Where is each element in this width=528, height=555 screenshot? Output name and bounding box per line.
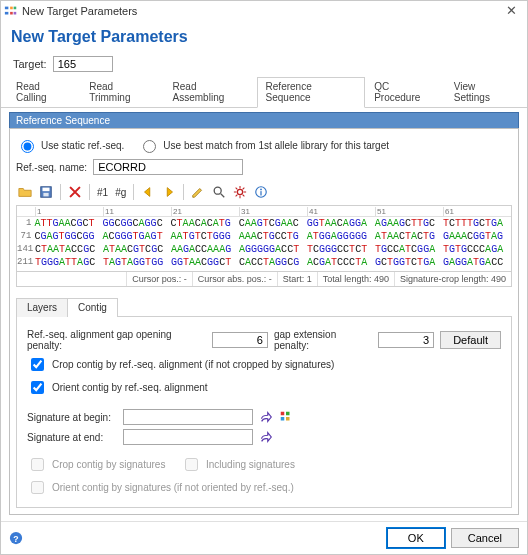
gap-open-label: Ref.-seq. alignment gap opening penalty: — [27, 329, 206, 351]
tab-read-trimming[interactable]: Read Trimming — [80, 77, 163, 108]
target-row: Target: — [1, 50, 527, 76]
seq-row: 71CGAGTGGCGGACGGGTGAGTAATGTCTGGGAAACTGCC… — [17, 230, 511, 243]
hash1-button[interactable]: #1 — [95, 187, 110, 198]
settings-icon[interactable] — [231, 183, 249, 201]
sequence-view[interactable]: 1112131415161 1ATTGAACGCTGGCGGCAGGCCTAAC… — [16, 205, 512, 272]
orient-by-sig-checkbox — [31, 481, 44, 494]
refseq-panel-title: Reference Sequence — [9, 112, 519, 128]
sig-begin-label: Signature at begin: — [27, 412, 117, 423]
target-label: Target: — [13, 58, 47, 70]
titlebar: New Target Parameters ✕ — [1, 1, 527, 20]
svg-rect-7 — [43, 188, 50, 192]
svg-rect-3 — [14, 6, 17, 9]
dialog-footer: ? OK Cancel — [1, 521, 527, 554]
status-start: Start: 1 — [277, 272, 317, 286]
save-icon[interactable] — [37, 183, 55, 201]
default-button[interactable]: Default — [440, 331, 501, 349]
ok-button[interactable]: OK — [387, 528, 445, 548]
svg-rect-14 — [281, 412, 285, 416]
status-sigcrop: Signature-crop length: 490 — [394, 272, 511, 286]
svg-rect-16 — [281, 417, 285, 421]
sig-end-input[interactable] — [123, 429, 253, 445]
page-heading: New Target Parameters — [1, 20, 527, 50]
open-icon[interactable] — [16, 183, 34, 201]
svg-rect-13 — [261, 191, 262, 195]
close-icon[interactable]: ✕ — [502, 3, 521, 18]
app-icon — [4, 4, 18, 18]
tab-reference-sequence[interactable]: Reference Sequence — [257, 77, 366, 108]
seq-row: 141CTAATACCGCATAACGTCGCAAGACCAAAGAGGGGGA… — [17, 243, 511, 256]
svg-rect-2 — [10, 6, 13, 9]
sequence-ruler: 1112131415161 — [17, 206, 511, 217]
edit-icon[interactable] — [189, 183, 207, 201]
use-best-radio[interactable]: Use best match from 1st allele library f… — [138, 137, 389, 153]
use-static-radio[interactable]: Use static ref.-seq. — [16, 137, 124, 153]
gap-open-input[interactable] — [212, 332, 268, 348]
delete-icon[interactable] — [66, 183, 84, 201]
subtab-layers[interactable]: Layers — [16, 298, 67, 317]
top-tabs: Read CallingRead TrimmingRead Assembling… — [1, 76, 527, 108]
svg-rect-17 — [286, 417, 290, 421]
svg-text:?: ? — [13, 534, 18, 544]
seq-row: 1ATTGAACGCTGGCGGCAGGCCTAACACATGCAAGTCGAA… — [17, 217, 511, 230]
sequence-body: 1ATTGAACGCTGGCGGCAGGCCTAACACATGCAAGTCGAA… — [17, 217, 511, 272]
refseq-name-input[interactable] — [93, 159, 243, 175]
sig-begin-input[interactable] — [123, 409, 253, 425]
svg-rect-4 — [10, 11, 13, 14]
status-cursor: Cursor pos.: - — [126, 272, 192, 286]
arrow-left-icon[interactable] — [139, 183, 157, 201]
refseq-name-label: Ref.-seq. name: — [16, 162, 87, 173]
cancel-button[interactable]: Cancel — [451, 528, 519, 548]
refseq-name-row: Ref.-seq. name: — [16, 159, 512, 181]
hashg-button[interactable]: #g — [113, 187, 128, 198]
svg-rect-0 — [5, 6, 9, 9]
sub-tabs: LayersContig — [16, 297, 512, 316]
orient-by-align-checkbox[interactable] — [31, 381, 44, 394]
target-input[interactable] — [53, 56, 113, 72]
help-icon[interactable]: ? — [9, 531, 23, 545]
rc-arrow-icon[interactable] — [259, 410, 273, 424]
rc-arrow-icon-2[interactable] — [259, 430, 273, 444]
tab-view-settings[interactable]: View Settings — [445, 77, 521, 108]
gap-ext-label: gap extension penalty: — [274, 329, 372, 351]
refseq-mode-row: Use static ref.-seq. Use best match from… — [16, 135, 512, 159]
sig-end-label: Signature at end: — [27, 432, 117, 443]
crop-by-align-checkbox[interactable] — [31, 358, 44, 371]
tab-read-assembling[interactable]: Read Assembling — [164, 77, 257, 108]
subtab-contig[interactable]: Contig — [67, 298, 118, 317]
info-icon[interactable] — [252, 183, 270, 201]
svg-rect-5 — [14, 11, 17, 14]
status-total: Total length: 490 — [317, 272, 394, 286]
svg-point-10 — [238, 189, 243, 194]
grid-icon[interactable] — [279, 410, 293, 424]
svg-point-9 — [214, 187, 221, 194]
incl-sig-checkbox — [185, 458, 198, 471]
gap-ext-input[interactable] — [378, 332, 434, 348]
svg-rect-8 — [43, 193, 48, 197]
contig-panel: Ref.-seq. alignment gap opening penalty:… — [16, 316, 512, 508]
window-title: New Target Parameters — [22, 5, 137, 17]
svg-point-12 — [260, 189, 262, 191]
crop-by-sig-checkbox — [31, 458, 44, 471]
arrow-right-icon[interactable] — [160, 183, 178, 201]
search-icon[interactable] — [210, 183, 228, 201]
seq-row: 211TGGGATTAGCTAGTAGGTGGGGTAACGGCTCACCTAG… — [17, 256, 511, 269]
svg-rect-1 — [5, 11, 9, 14]
refseq-panel: Reference Sequence Use static ref.-seq. … — [9, 112, 519, 515]
status-cursor-abs: Cursor abs. pos.: - — [192, 272, 277, 286]
tab-qc-procedure[interactable]: QC Procedure — [365, 77, 445, 108]
seq-toolbar: #1 #g — [16, 181, 512, 205]
tab-read-calling[interactable]: Read Calling — [7, 77, 80, 108]
sequence-status: Cursor pos.: - Cursor abs. pos.: - Start… — [16, 272, 512, 287]
svg-rect-15 — [286, 412, 290, 416]
